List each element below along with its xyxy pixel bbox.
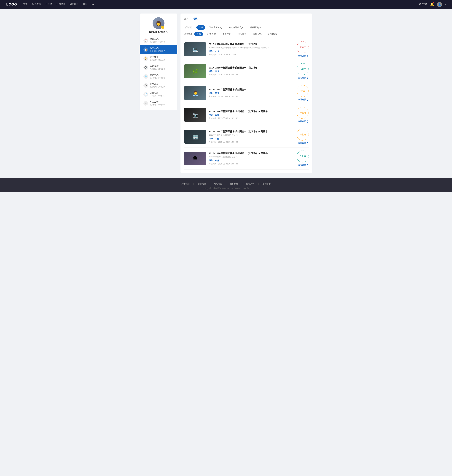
logo[interactable]: LOGO [6, 2, 17, 7]
nav-link-discover[interactable]: 发现课程 [32, 3, 41, 6]
sidebar-item-order-sub: 订单支出、明明白白 [150, 95, 165, 97]
exam-time-4: 考试时间：2019-05-03 10：09：09 [209, 117, 294, 120]
sidebar-item-message-label: 我的消息 [150, 83, 165, 86]
sidebar-item-questions-sub: 海量习题、助力通关 [150, 50, 165, 52]
exam-view-btn-6[interactable]: 查看详情 ❯ [298, 164, 309, 167]
filter-pending-status[interactable]: 待考试(2) [235, 32, 249, 36]
exam-info-1: 2017–2018年行测证件考试全国统一（北京卷） 2018年行测考试是最值得多… [209, 43, 294, 56]
chat-icon: 💬 [143, 65, 148, 70]
exam-time-1: 考试时间：2019-05-03 10:09:09 [209, 54, 294, 56]
sidebar-item-account-label: 账户中心 [150, 74, 165, 77]
exam-right-2: 已通过 查看详情 ❯ [297, 63, 309, 79]
edit-profile-icon[interactable]: ✎ [166, 31, 168, 33]
bell-button[interactable]: 🔔 [430, 2, 434, 6]
sidebar-item-account-sub: 个人权益、实时掌握 [150, 77, 165, 79]
exam-thumb-1: 💻 [184, 42, 206, 56]
sidebar-item-course-label: 课程中心 [150, 38, 165, 41]
sidebar-avatar-wrap: 👩 🏅 [153, 17, 165, 29]
exam-desc-1: 2018年行测考试是最值得多去研究 2018年行测考试是最值得多去研究 2018… [209, 46, 272, 49]
exam-view-btn-4[interactable]: 查看详情 ❯ [298, 120, 309, 123]
footer-sitemap[interactable]: 网站地图 [214, 182, 222, 185]
filter-all-status[interactable]: 全部 [194, 32, 203, 36]
exam-status-badge-2: 已通过 [297, 63, 309, 75]
nav-link-open[interactable]: 公开课 [45, 3, 52, 6]
sidebar-username: Natalie Smith ✎ [149, 30, 168, 33]
sidebar-item-questions-label: 题库中心 [150, 47, 165, 50]
sidebar-item-message[interactable]: 🗨 我的消息 消息通知、及时了解 [140, 81, 177, 90]
nav-link-news[interactable]: 新闻资讯 [56, 3, 65, 6]
sidebar-item-qa-label: 学习问答 [150, 65, 165, 68]
footer-links: 关于我们 | 加盟代理 | 网站地图 | 合作伙伴 | 免责声明 | 招贤纳士 [0, 182, 452, 185]
sidebar-item-order-text: 订单管理 订单支出、明明白白 [150, 92, 165, 97]
nav-link-qa[interactable]: 问答社区 [70, 3, 78, 6]
nav-links: 首页 发现课程 公开课 新闻资讯 问答社区 题库 ··· [23, 3, 419, 6]
filter-reviewing-status[interactable]: 待批阅(2) [251, 32, 264, 36]
exam-score-6: 得分：25分 [209, 159, 294, 162]
exam-info-6: 2017–2018年行测证件考试全国统一（北京卷）付费批卷 2018年行测考试是… [209, 152, 294, 165]
nav-app-download[interactable]: APP下载 [419, 3, 427, 6]
main-layout: 👩 🏅 Natalie Smith ✎ 📅 课程中心 精彩课程、不容错过 📋 题… [140, 14, 312, 173]
exam-item-6: 🏛 2017–2018年行测证件考试全国统一（北京卷）付费批卷 2018年行测考… [184, 148, 309, 170]
exam-view-btn-3[interactable]: 查看详情 ❯ [298, 98, 309, 101]
sidebar-item-qa[interactable]: 💬 学习问答 课后重温、疑难解答 [140, 63, 177, 72]
exam-thumb-img-1: 💻 [184, 42, 206, 56]
sidebar-item-order[interactable]: 📄 订单管理 订单支出、明明白白 [140, 90, 177, 99]
exam-view-btn-1[interactable]: 查看详情 ❯ [298, 54, 309, 57]
sidebar-item-qa-text: 学习问答 课后重温、疑难解答 [150, 65, 165, 70]
exam-view-btn-2[interactable]: 查看详情 ❯ [298, 76, 309, 79]
exam-info-2: 2017–2018年行测证件考试全国统一（北京卷） 得分：99分 考试时间：20… [209, 66, 294, 76]
exam-view-btn-5[interactable]: 查看详情 ❯ [298, 142, 309, 145]
chevron-down-icon[interactable]: ▾ [445, 3, 446, 6]
exam-title-5: 2017–2018年行测证件考试全国统一（北京卷）付费批卷 [209, 130, 294, 133]
tab-exam[interactable]: 考试 [193, 17, 197, 22]
nav-link-home[interactable]: 首页 [23, 3, 28, 6]
sidebar-item-message-text: 我的消息 消息通知、及时了解 [150, 83, 165, 88]
footer-franchise[interactable]: 加盟代理 [198, 182, 206, 185]
filter-reviewed-status[interactable]: 已批阅(2) [266, 32, 279, 36]
footer-careers[interactable]: 招贤纳士 [262, 182, 271, 185]
filter-passed-status[interactable]: 已通过(2) [205, 32, 218, 36]
footer-about[interactable]: 关于我们 [181, 182, 190, 185]
user-avatar[interactable]: 👤 [437, 2, 442, 7]
sidebar-item-account[interactable]: 💎 账户中心 个人权益、实时掌握 [140, 72, 177, 81]
footer-disclaimer[interactable]: 免责声明 [246, 182, 254, 185]
bell-notification-dot [433, 2, 434, 3]
exam-status-badge-3: 待试 [297, 85, 309, 97]
exam-title-1: 2017–2018年行测证件考试全国统一（北京卷） [209, 43, 294, 46]
exam-right-3: 待试 查看详情 ❯ [297, 85, 309, 101]
content-tabs: 题库 考试 [184, 17, 309, 22]
exam-item-1: 💻 2017–2018年行测证件考试全国统一（北京卷） 2018年行测考试是最值… [184, 39, 309, 60]
nav-more[interactable]: ··· [92, 3, 94, 6]
sidebar-menu: 📅 课程中心 精彩课程、不容错过 📋 题库中心 海量习题、助力通关 🏆 证书荣誉… [140, 36, 177, 108]
exam-thumb-6: 🏛 [184, 152, 206, 165]
exam-score-2: 得分：99分 [209, 70, 294, 73]
sidebar-item-settings-label: 个人设置 [150, 101, 165, 103]
filter-all-type[interactable]: 全部 [196, 25, 205, 30]
exam-score-3: 得分：99分 [209, 92, 294, 95]
sidebar-item-order-label: 订单管理 [150, 92, 165, 95]
exam-status-badge-5: 待批阅 [297, 129, 309, 141]
exam-thumb-img-2: 🌿 [184, 64, 206, 78]
footer-partners[interactable]: 合作伙伴 [230, 182, 238, 185]
exam-score-1: 得分：25分 [209, 50, 294, 53]
sidebar-item-qa-sub: 课后重温、疑难解答 [150, 68, 165, 70]
exam-type-filter: 考试类型： 全部 证书类考试(4) 随机抽题考试(5) 付费批卷(6) [184, 25, 309, 30]
exam-right-1: 未通过 查看详情 ❯ [297, 41, 309, 57]
filter-certificate-type[interactable]: 证书类考试(4) [207, 25, 224, 30]
exam-right-5: 待批阅 查看详情 ❯ [297, 129, 309, 145]
exam-time-6: 考试时间：2019-05-03 10：09：09 [209, 163, 294, 165]
sidebar-item-questions[interactable]: 📋 题库中心 海量习题、助力通关 [140, 45, 177, 54]
sidebar-item-course[interactable]: 📅 课程中心 精彩课程、不容错过 [140, 36, 177, 45]
gear-icon: ⚙ [143, 101, 148, 106]
sidebar-item-certificate-sub: 收获荣誉、持证上岗 [150, 59, 165, 61]
nav-link-questions[interactable]: 题库 [83, 3, 87, 6]
exam-right-4: 待批阅 查看详情 ❯ [297, 107, 309, 123]
filter-paid-type[interactable]: 付费批卷(6) [248, 25, 263, 30]
sidebar-item-settings[interactable]: ⚙ 个人设置 个人信息、一键管理 [140, 99, 177, 108]
tab-question-bank[interactable]: 题库 [184, 17, 189, 22]
sidebar-item-certificate[interactable]: 🏆 证书荣誉 收获荣誉、持证上岗 [140, 54, 177, 63]
filter-random-type[interactable]: 随机抽题考试(5) [226, 25, 246, 30]
filter-failed-status[interactable]: 未通过(2) [220, 32, 233, 36]
footer-copyright: Copyright© 云朵商学院 版权所有 京ICP备17051340号–1 [0, 187, 452, 190]
sidebar-item-course-sub: 精彩课程、不容错过 [150, 41, 165, 43]
